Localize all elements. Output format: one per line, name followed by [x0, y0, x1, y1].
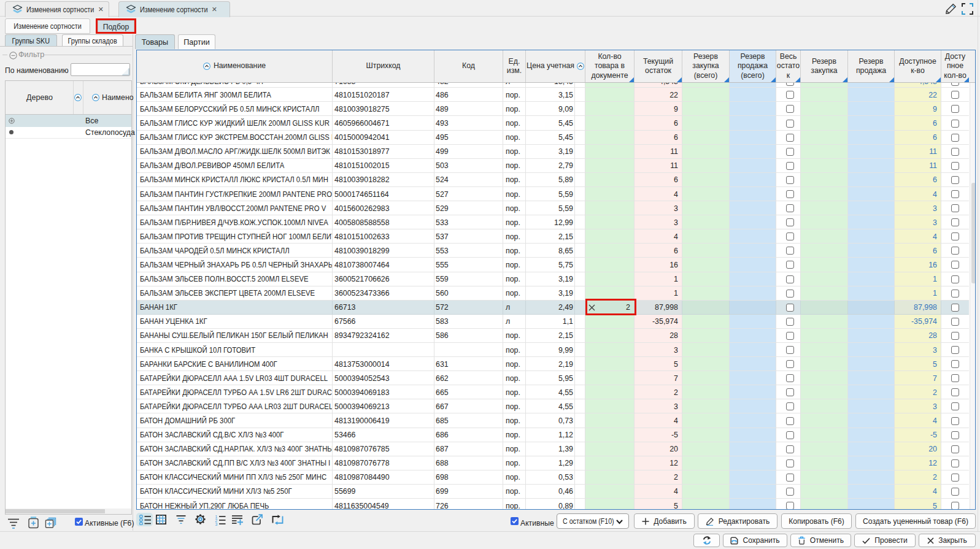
svg-text:3: 3 — [215, 522, 218, 526]
